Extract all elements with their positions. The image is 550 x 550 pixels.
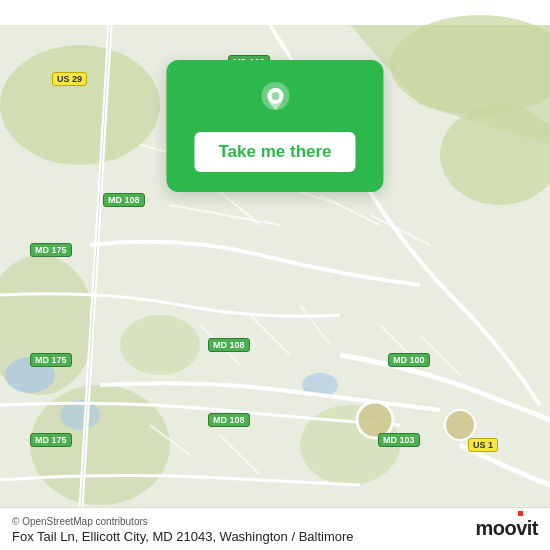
address-text: Fox Tail Ln, Ellicott City, MD 21043, Wa… <box>12 529 538 544</box>
info-bar: © OpenStreetMap contributors Fox Tail Ln… <box>0 507 550 550</box>
moovit-text: moov it <box>475 517 538 540</box>
road-badge-us29: US 29 <box>52 72 87 86</box>
road-badge-md175-1: MD 175 <box>30 243 72 257</box>
road-badge-md100: MD 100 <box>388 353 430 367</box>
road-badge-us1: US 1 <box>468 438 498 452</box>
road-badge-md108-mid: MD 108 <box>208 338 250 352</box>
moovit-logo: moov it <box>475 517 538 540</box>
take-me-there-button[interactable]: Take me there <box>194 132 355 172</box>
road-badge-md103-bot: MD 103 <box>378 433 420 447</box>
road-badge-md175-3: MD 175 <box>30 433 72 447</box>
svg-point-28 <box>445 410 475 440</box>
copyright-text: © OpenStreetMap contributors <box>12 516 538 527</box>
location-pin-icon <box>253 78 297 122</box>
svg-point-1 <box>0 45 160 165</box>
road-badge-md108-bot: MD 108 <box>208 413 250 427</box>
road-badge-md108-top: MD 108 <box>103 193 145 207</box>
svg-point-8 <box>120 315 200 375</box>
road-badge-md175-2: MD 175 <box>30 353 72 367</box>
map-container: US 29 MD 103 MD 108 MD 175 MD 175 MD 175… <box>0 0 550 550</box>
action-card: Take me there <box>166 60 383 192</box>
